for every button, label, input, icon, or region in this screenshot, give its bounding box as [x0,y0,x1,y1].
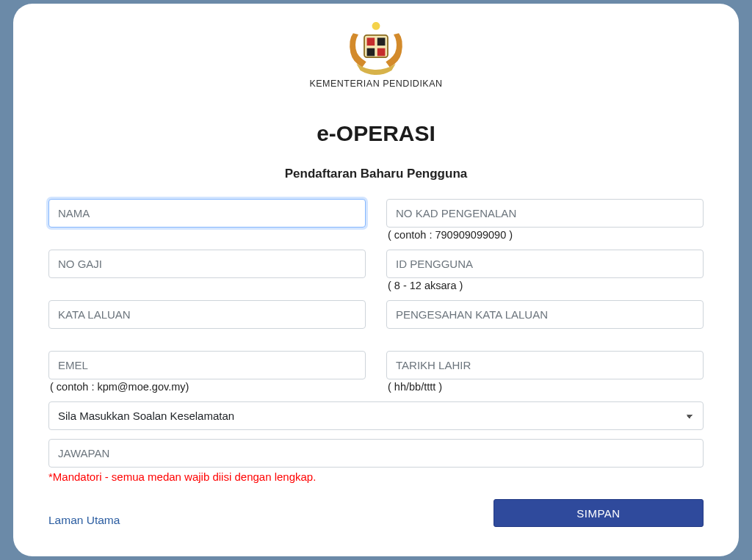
header: KEMENTERIAN PENDIDIKAN e-OPERASI Pendaft… [48,17,704,181]
answer-input[interactable] [48,439,704,468]
svg-rect-1 [367,37,375,46]
user-id-input[interactable] [386,250,704,278]
ic-input[interactable] [386,199,704,228]
registration-card: KEMENTERIAN PENDIDIKAN e-OPERASI Pendaft… [13,4,739,556]
registration-form: ( contoh : 790909099090 ) ( 8 - 12 aksar… [48,199,704,527]
svg-rect-4 [377,48,386,57]
ic-hint: ( contoh : 790909099090 ) [386,228,704,242]
password-confirm-input[interactable] [386,300,704,329]
national-crest-icon [48,17,704,76]
mandatory-note: *Mandatori - semua medan wajib diisi den… [48,470,704,483]
svg-rect-3 [367,48,375,57]
name-input[interactable] [48,199,366,228]
dob-input[interactable] [386,351,704,379]
dob-hint: ( hh/bb/tttt ) [386,379,704,394]
save-button[interactable]: SIMPAN [494,499,704,527]
home-link[interactable]: Laman Utama [48,514,120,527]
svg-rect-2 [377,37,386,46]
salary-no-input[interactable] [48,250,366,278]
app-title: e-OPERASI [48,121,704,146]
user-id-hint: ( 8 - 12 aksara ) [386,278,704,293]
security-question-select[interactable]: Sila Masukkan Soalan Keselamatan [48,401,704,430]
page-subtitle: Pendaftaran Baharu Pengguna [48,167,704,181]
password-input[interactable] [48,300,366,329]
ministry-label: KEMENTERIAN PENDIDIKAN [48,79,704,89]
email-input[interactable] [48,351,366,379]
email-hint: ( contoh : kpm@moe.gov.my) [48,379,366,394]
